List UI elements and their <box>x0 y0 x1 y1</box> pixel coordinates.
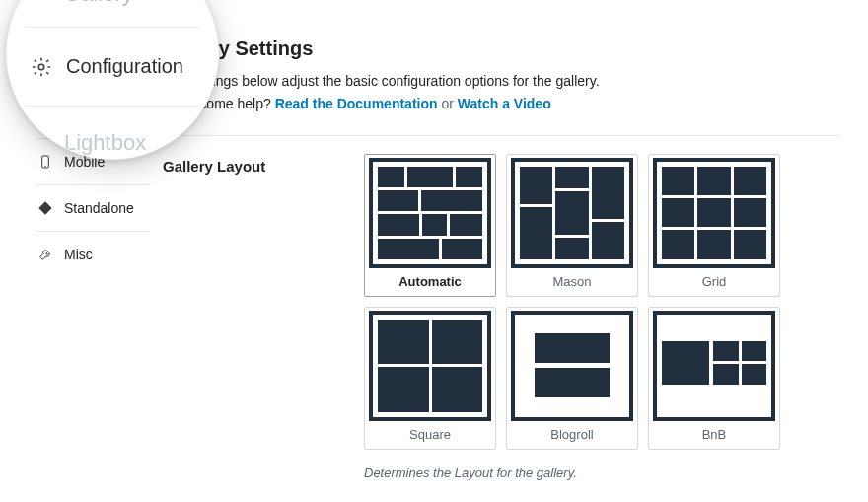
grid-thumb <box>653 158 775 268</box>
layout-option-blogroll[interactable]: Blogroll <box>506 307 638 450</box>
square-thumb <box>369 311 491 421</box>
help-line: Need some help? Read the Documentation o… <box>163 95 838 113</box>
standalone-icon <box>36 199 54 217</box>
sidebar-item-mobile[interactable]: Mobile <box>36 138 150 185</box>
layout-option-label: Grid <box>702 268 727 293</box>
sidebar: Mobile Standalone Misc <box>36 138 150 277</box>
layout-option-label: Square <box>409 421 451 446</box>
gear-icon <box>31 56 52 78</box>
sidebar-item-label: Misc <box>64 247 93 262</box>
svg-point-3 <box>38 64 44 70</box>
bnb-thumb <box>653 311 775 421</box>
layout-helper-text: Determines the Layout for the gallery. <box>364 466 780 480</box>
layout-option-label: Automatic <box>398 268 462 293</box>
layout-option-label: BnB <box>702 421 727 446</box>
sidebar-item-standalone[interactable]: Standalone <box>36 185 150 232</box>
layout-option-square[interactable]: Square <box>364 307 496 450</box>
layout-option-mason[interactable]: Mason <box>506 154 638 297</box>
sidebar-item-misc[interactable]: Misc <box>36 232 150 277</box>
layout-option-automatic[interactable]: Automatic <box>364 154 496 297</box>
sidebar-item-label: Standalone <box>64 200 134 216</box>
main-panel: Gallery Settings The settings below adju… <box>163 37 838 502</box>
layout-option-label: Mason <box>552 268 591 293</box>
blogroll-thumb <box>511 311 633 421</box>
layout-option-label: Blogroll <box>550 421 593 446</box>
mobile-icon <box>36 153 54 171</box>
sidebar-item-label: Mobile <box>64 154 105 170</box>
watch-video-link[interactable]: Watch a Video <box>458 96 551 111</box>
lens-item-above: Gallery <box>25 0 200 28</box>
svg-marker-2 <box>38 201 51 214</box>
mason-thumb <box>511 158 633 268</box>
page-title: Gallery Settings <box>163 37 838 60</box>
layout-options: Automatic Mason <box>364 154 780 480</box>
layout-option-bnb[interactable]: BnB <box>648 307 780 450</box>
or-text: or <box>441 96 453 111</box>
wrench-icon <box>36 246 54 263</box>
divider <box>163 135 838 136</box>
gallery-layout-row: Gallery Layout Automatic <box>163 154 838 480</box>
read-docs-link[interactable]: Read the Documentation <box>275 96 438 111</box>
help-prefix: Need some help? <box>163 96 271 111</box>
layout-option-grid[interactable]: Grid <box>648 154 780 297</box>
settings-description: The settings below adjust the basic conf… <box>163 72 838 91</box>
gallery-layout-label: Gallery Layout <box>163 154 340 175</box>
automatic-thumb <box>369 158 491 268</box>
